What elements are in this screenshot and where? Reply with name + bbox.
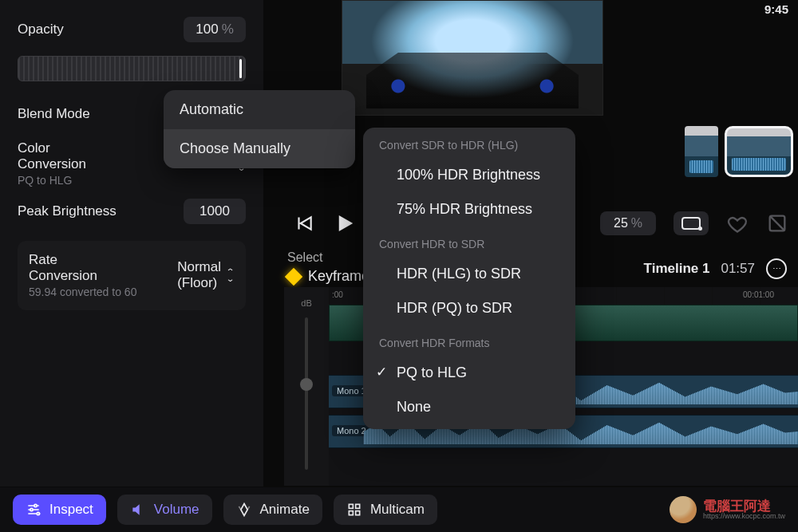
media-browser-thumbs [685,126,793,177]
rate-conversion-card[interactable]: Rate Conversion 59.94 converted to 60 No… [18,241,246,311]
chevron-updown-icon: ⌃⌄ [226,268,235,284]
menu-header-sdr-to-hdr: Convert SDR to HDR (HLG) [363,128,575,158]
opacity-slider[interactable] [18,56,246,81]
grid-icon [346,502,362,518]
color-conversion-sub: PQ to HLG [18,174,86,188]
inspector-panel: Opacity 100 % Blend Mode Color Conversio… [0,0,263,487]
rate-conversion-label: Rate Conversion [29,252,136,284]
rate-conversion-value: Normal (Floor) [177,259,221,291]
svg-rect-7 [356,511,360,515]
color-conversion-menu: Convert SDR to HDR (HLG) 100% HDR Bright… [363,128,575,429]
skip-back-button[interactable] [294,213,314,234]
display-options-button[interactable] [674,211,709,235]
crop-disabled-icon[interactable] [766,212,788,234]
svg-rect-4 [349,504,353,508]
tab-animate[interactable]: Animate [223,495,322,525]
play-button[interactable] [332,211,356,235]
tab-multicam[interactable]: Multicam [334,495,437,525]
opacity-value-field[interactable]: 100 % [184,17,246,42]
menu-header-hdr-to-sdr: Convert HDR to SDR [363,227,575,257]
bottom-tab-bar: Inspect Volume Animate Multicam 電腦王阿達 ht… [0,487,798,532]
status-clock: 9:45 [764,2,788,16]
peak-brightness-field[interactable]: 1000 [184,199,246,224]
audio-meter-column: dB [284,287,329,486]
volume-fader[interactable] [305,317,308,470]
svg-rect-6 [349,511,353,515]
color-conversion-label: Color Conversion [18,140,86,172]
peak-brightness-label: Peak Brightness [18,203,117,219]
tab-inspect[interactable]: Inspect [13,495,106,525]
keyframe-badge: Select Keyframe [287,250,369,285]
menu-hlg-to-sdr[interactable]: HDR (HLG) to SDR [363,257,575,291]
popover-automatic[interactable]: Automatic [164,90,355,129]
menu-100-hdr[interactable]: 100% HDR Brightness [363,158,575,192]
blend-mode-label: Blend Mode [18,106,90,122]
popover-choose-manually[interactable]: Choose Manually [164,129,355,168]
menu-pq-to-sdr[interactable]: HDR (PQ) to SDR [363,291,575,325]
menu-pq-to-hlg[interactable]: PQ to HLG [363,356,575,390]
timeline-name[interactable]: Timeline 1 [644,261,710,277]
menu-75-hdr[interactable]: 75% HDR Brightness [363,192,575,227]
clip-thumbnail[interactable] [725,126,793,177]
zoom-field[interactable]: 25 % [600,211,656,235]
favorite-icon[interactable] [726,212,749,234]
animate-icon [236,502,252,518]
opacity-label: Opacity [18,22,64,37]
sliders-icon [26,502,41,518]
keyframe-diamond-icon [285,267,303,286]
blend-mode-popover: Automatic Choose Manually [164,90,355,168]
timeline-header: Timeline 1 01:57 ⋯ [644,258,787,279]
speaker-icon [130,502,146,518]
db-label: dB [301,298,311,308]
svg-point-3 [37,512,39,514]
svg-point-1 [34,504,37,506]
svg-point-2 [30,508,33,510]
rate-conversion-sub: 59.94 converted to 60 [29,286,136,300]
timeline-timecode: 01:57 [721,261,755,277]
menu-none[interactable]: None [363,390,575,424]
tab-volume[interactable]: Volume [117,495,212,525]
svg-rect-5 [356,504,360,508]
mascot-icon [670,496,697,523]
site-watermark: 電腦王阿達 https://www.kocpc.com.tw [670,496,785,523]
menu-header-hdr-formats: Convert HDR Formats [363,325,575,356]
timeline-options-button[interactable]: ⋯ [766,258,787,279]
clip-thumbnail[interactable] [685,126,718,177]
video-preview[interactable] [342,0,603,116]
